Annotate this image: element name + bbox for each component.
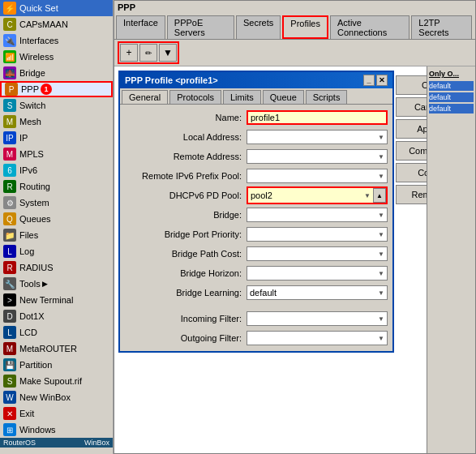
dialog-tab-scripts[interactable]: Scripts	[306, 90, 348, 104]
bridge-path-cost-dropdown[interactable]: ▼	[247, 246, 388, 261]
ipv6-icon: 6	[3, 164, 16, 177]
sidebar-label-radius: RADIUS	[19, 263, 54, 272]
outgoing-filter-arrow: ▼	[378, 335, 384, 342]
filter-button[interactable]: ▼	[159, 44, 177, 62]
ppp-window: PPP Interface PPPoE Servers Secrets Prof…	[114, 0, 476, 454]
name-row: Name:	[125, 109, 388, 126]
bridge-horizon-dropdown[interactable]: ▼	[247, 266, 388, 281]
sidebar-label-windows: Windows	[19, 425, 56, 435]
sidebar-item-radius[interactable]: R RADIUS	[0, 259, 113, 276]
sidebar-item-bridge[interactable]: 🌉 Bridge	[0, 65, 113, 81]
sidebar-item-mpls[interactable]: M MPLS	[0, 146, 113, 162]
sidebar-item-newwinbox[interactable]: W New WinBox	[0, 389, 113, 405]
bridge-port-priority-dropdown[interactable]: ▼	[247, 227, 388, 242]
dhcpv6-arrow: ▼	[364, 192, 371, 199]
windows-icon: ⊞	[3, 423, 16, 436]
edit-button[interactable]: ✏	[139, 44, 157, 62]
sidebar-item-mesh[interactable]: M Mesh	[0, 114, 113, 130]
minimize-button[interactable]: _	[363, 75, 375, 86]
sidebar-label-terminal: New Terminal	[19, 295, 73, 305]
dialog-tab-queue[interactable]: Queue	[263, 90, 304, 104]
bridge-port-priority-row: Bridge Port Priority: ▼	[125, 226, 388, 242]
sidebar-item-partition[interactable]: 💾 Partition	[0, 357, 113, 373]
sidebar-label-queues: Queues	[19, 214, 51, 224]
outgoing-filter-dropdown[interactable]: ▼	[247, 331, 388, 345]
lcd-icon: L	[3, 326, 16, 339]
sidebar-label-metarouter: MetaROUTER	[19, 344, 77, 353]
dialog-tab-general[interactable]: General	[122, 90, 168, 104]
mesh-icon: M	[3, 115, 16, 128]
sidebar-item-tools[interactable]: 🔧 Tools ▶	[0, 276, 113, 292]
sidebar-label-ppp: PPP	[21, 84, 39, 94]
sidebar-item-routing[interactable]: R Routing	[0, 178, 113, 195]
sidebar-item-dot1x[interactable]: D Dot1X	[0, 308, 113, 324]
incoming-filter-row: Incoming Filter: ▼	[125, 311, 388, 327]
sidebar-label-exit: Exit	[19, 409, 34, 418]
sidebar-item-ip[interactable]: IP IP	[0, 130, 113, 146]
tab-pppoe-servers[interactable]: PPPoE Servers	[167, 15, 234, 39]
local-address-dropdown[interactable]: ▼	[247, 130, 388, 144]
routing-icon: R	[3, 180, 16, 193]
tab-active-connections[interactable]: Active Connections	[330, 15, 410, 39]
sidebar-item-log[interactable]: L Log	[0, 243, 113, 259]
sidebar-item-files[interactable]: 📁 Files	[0, 227, 113, 243]
sidebar-item-queues[interactable]: Q Queues	[0, 211, 113, 227]
ppp-badge: 1	[41, 84, 52, 95]
ppp-toolbar: + ✏ ▼	[114, 40, 475, 66]
dhcpv6-value: pool2	[251, 191, 272, 200]
sidebar-item-metarouter[interactable]: M MetaROUTER	[0, 340, 113, 357]
name-input[interactable]	[247, 110, 388, 125]
sidebar-item-wireless[interactable]: 📶 Wireless	[0, 49, 113, 65]
quickset-icon: ⚡	[3, 2, 16, 15]
sidebar-item-supout[interactable]: S Make Supout.rif	[0, 373, 113, 389]
tab-profiles[interactable]: Profiles	[282, 15, 328, 39]
sidebar-label-tools: Tools	[19, 279, 41, 289]
tab-l2tp-secrets[interactable]: L2TP Secrets	[411, 15, 472, 39]
bridge-learning-dropdown[interactable]: default ▼	[247, 285, 388, 300]
bridge-row: Bridge: ▼	[125, 207, 388, 223]
dhcpv6-dropdown[interactable]: pool2 ▼	[248, 188, 373, 203]
sidebar-item-system[interactable]: ⚙ System	[0, 195, 113, 211]
sidebar-item-windows[interactable]: ⊞ Windows	[0, 422, 113, 438]
dhcpv6-label: DHCPv6 PD Pool:	[125, 191, 247, 200]
incoming-filter-label: Incoming Filter:	[125, 314, 247, 323]
sidebar-item-interfaces[interactable]: 🔌 Interfaces	[0, 32, 113, 49]
ppp-title: PPP	[118, 2, 135, 12]
edit-icon: ✏	[145, 49, 152, 58]
sidebar-item-lcd[interactable]: L LCD	[0, 324, 113, 340]
partition-icon: 💾	[3, 358, 16, 371]
sidebar-label-supout: Make Supout.rif	[19, 376, 82, 386]
bridge-path-cost-row: Bridge Path Cost: ▼	[125, 246, 388, 262]
bridge-learning-arrow: ▼	[378, 289, 384, 297]
tab-interface[interactable]: Interface	[116, 15, 165, 39]
dialog-tab-protocols[interactable]: Protocols	[169, 90, 221, 104]
dhcpv6-up-button[interactable]: ▲	[373, 188, 386, 203]
system-icon: ⚙	[3, 196, 16, 209]
incoming-filter-arrow: ▼	[378, 315, 384, 323]
ppp-tabs: Interface PPPoE Servers Secrets Profiles…	[114, 14, 475, 40]
main-content: PPP Interface PPPoE Servers Secrets Prof…	[114, 0, 476, 454]
bridge-learning-label: Bridge Learning:	[125, 288, 247, 298]
newwinbox-icon: W	[3, 391, 16, 404]
dialog-tab-limits[interactable]: Limits	[223, 90, 261, 104]
dot1x-icon: D	[3, 310, 16, 323]
sidebar-item-capsman[interactable]: C CAPsMAAN	[0, 16, 113, 32]
tab-secrets[interactable]: Secrets	[236, 15, 281, 39]
bridge-port-priority-label: Bridge Port Priority:	[125, 229, 247, 239]
sidebar-item-quickset[interactable]: ⚡ Quick Set	[0, 0, 113, 16]
ppp-icon: P	[5, 83, 18, 96]
bridge-dropdown[interactable]: ▼	[247, 208, 388, 222]
incoming-filter-dropdown[interactable]: ▼	[247, 311, 388, 326]
sidebar-item-switch[interactable]: S Switch	[0, 97, 113, 114]
remote-address-dropdown[interactable]: ▼	[247, 149, 388, 164]
add-button[interactable]: +	[120, 44, 138, 62]
sidebar-item-exit[interactable]: ✕ Exit	[0, 405, 113, 422]
bridge-horizon-label: Bridge Horizon:	[125, 268, 247, 278]
sidebar-item-terminal[interactable]: > New Terminal	[0, 292, 113, 308]
sidebar-item-ppp[interactable]: P PPP 1	[0, 81, 113, 97]
toolbar-group: + ✏ ▼	[118, 41, 179, 64]
remote-ipv6-dropdown[interactable]: ▼	[247, 169, 388, 183]
sidebar-item-ipv6[interactable]: 6 IPv6	[0, 162, 113, 178]
outgoing-filter-row: Outgoing Filter: ▼	[125, 330, 388, 346]
close-button[interactable]: ✕	[376, 75, 388, 86]
